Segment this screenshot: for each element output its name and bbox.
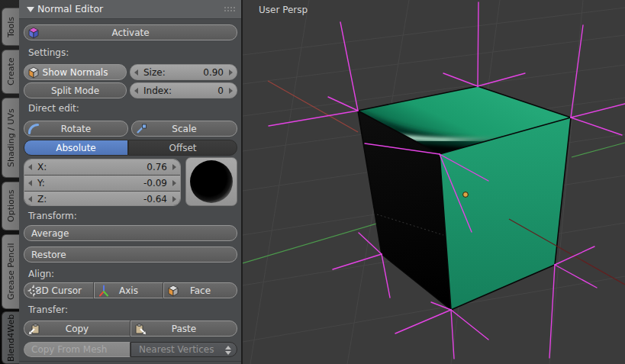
normal-vector-fields: X: 0.76 Y: -0.09 Z: -0.64 [24,159,181,206]
transfer-heading: Transfer: [28,304,68,315]
addon-cube-icon [27,27,40,39]
size-label: Size: [143,67,166,78]
selected-vertex-dot[interactable] [463,192,469,198]
collapse-triangle-icon[interactable] [27,7,34,12]
align-face-label: Face [190,285,211,296]
dropdown-arrows-icon [225,346,231,355]
viewport-scene [243,0,625,364]
copy-clipboard-icon [27,323,40,336]
show-normals-toggle[interactable]: Show Normals [24,64,127,80]
size-decrement-arrow[interactable] [134,69,138,76]
tab-blend4web[interactable]: Blend4Web [2,311,19,364]
show-normals-label: Show Normals [43,67,108,78]
panel-drag-grip-icon[interactable] [224,6,235,13]
align-axis-button[interactable]: Axis [94,282,163,298]
align-heading: Align: [28,269,54,279]
size-increment-arrow[interactable] [229,69,233,76]
average-label: Average [31,228,69,239]
blender-window: Tools Create Shading / UVs Options Greas… [0,0,625,364]
direction-sphere-ball[interactable] [190,160,233,203]
restore-label: Restore [31,250,66,260]
offset-toggle[interactable]: Offset [128,140,237,156]
absolute-label: Absolute [56,143,95,153]
x-value: 0.76 [147,162,167,172]
tab-shading-uvs[interactable]: Shading / UVs [2,98,19,178]
restore-button[interactable]: Restore [24,246,237,263]
size-value: 0.90 [203,67,224,78]
settings-heading: Settings: [28,47,69,58]
panel-title: Normal Editor [37,3,103,14]
normal-direction-sphere-widget[interactable] [185,157,237,206]
transfer-mode-dropdown[interactable]: Nearest Vertices [130,342,237,357]
y-field[interactable]: Y: -0.09 [24,176,180,192]
copy-from-mesh-button[interactable]: Copy From Mesh [24,342,130,357]
align-3d-cursor-label: 3D Cursor [36,285,82,296]
paste-button[interactable]: Paste [130,321,237,337]
offset-label: Offset [169,143,196,153]
y-decrement-arrow[interactable] [28,180,32,186]
z-label: Z: [37,194,47,205]
3d-cursor-icon [27,285,40,297]
face-cube-icon [167,285,179,297]
normal-editor-panel: Normal Editor Activate Settings: [19,0,243,364]
direct-edit-heading: Direct edit: [28,103,79,114]
absolute-toggle[interactable]: Absolute [24,140,128,156]
copy-from-mesh-label: Copy From Mesh [31,344,107,355]
scale-button[interactable]: Scale [131,121,237,137]
split-mode-label: Split Mode [51,85,99,96]
scale-label: Scale [172,124,196,134]
x-field[interactable]: X: 0.76 [24,159,180,176]
transfer-mode-value: Nearest Vertices [139,344,214,355]
activate-button[interactable]: Activate [24,24,237,40]
x-increment-arrow[interactable] [172,164,176,170]
copy-button[interactable]: Copy [24,321,130,337]
index-field[interactable]: Index: 0 [130,82,237,98]
copy-label: Copy [66,324,89,334]
index-label: Index: [143,85,172,96]
paste-label: Paste [172,324,196,334]
view-mode-label: User Persp [259,5,308,15]
tab-options[interactable]: Options [2,182,19,230]
z-increment-arrow[interactable] [172,196,176,202]
panel-header[interactable]: Normal Editor [19,0,241,19]
tab-grease-pencil[interactable]: Grease Pencil [2,234,19,309]
rotate-label: Rotate [61,124,91,134]
activate-label: Activate [111,27,149,38]
y-value: -0.09 [143,178,167,188]
z-field[interactable]: Z: -0.64 [24,192,180,206]
scale-manipulator-icon [135,123,147,135]
align-face-button[interactable]: Face [163,282,237,298]
tool-shelf-tab-column: Tools Create Shading / UVs Options Greas… [0,0,19,364]
face-cube-icon [27,66,40,79]
tab-tools[interactable]: Tools [2,8,19,46]
x-decrement-arrow[interactable] [28,164,32,170]
index-value: 0 [217,85,224,96]
viewport-3d[interactable]: User Persp [243,0,625,364]
align-axis-label: Axis [119,285,138,296]
index-decrement-arrow[interactable] [134,88,138,94]
y-label: Y: [37,178,45,188]
rotate-button[interactable]: Rotate [24,121,128,137]
z-decrement-arrow[interactable] [28,196,32,202]
average-button[interactable]: Average [24,225,237,241]
size-field[interactable]: Size: 0.90 [130,64,237,80]
rotate-manipulator-icon [27,123,40,135]
x-label: X: [37,162,47,172]
index-increment-arrow[interactable] [229,88,233,94]
y-increment-arrow[interactable] [172,180,176,186]
panel-divider [19,361,241,362]
transform-heading: Transform: [28,211,77,221]
split-mode-button[interactable]: Split Mode [24,82,127,98]
z-value: -0.64 [143,194,167,205]
axis-icon [98,285,110,297]
tab-create[interactable]: Create [2,50,19,94]
paste-clipboard-icon [134,323,147,336]
align-3d-cursor-button[interactable]: 3D Cursor [24,282,94,298]
